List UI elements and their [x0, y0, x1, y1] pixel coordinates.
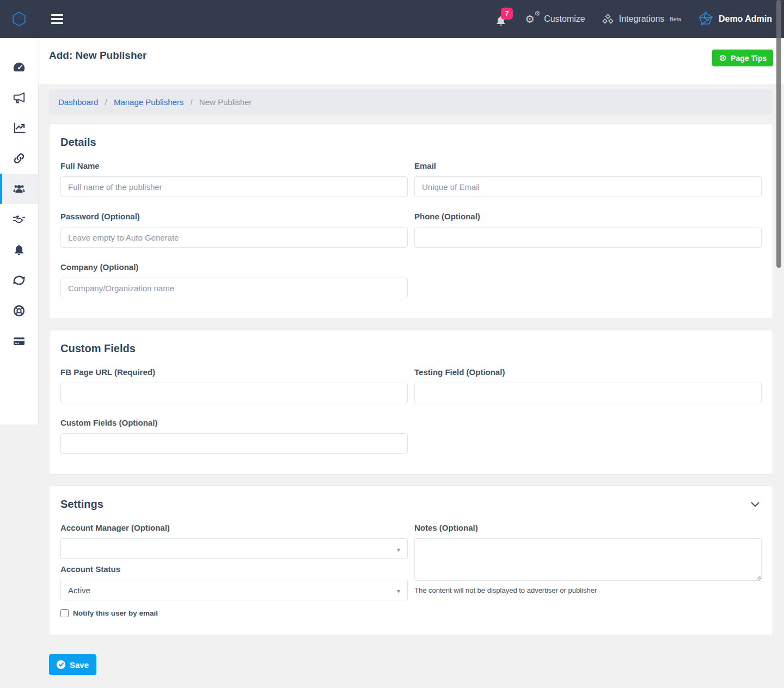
sidebar-item-feedback[interactable]	[0, 265, 38, 296]
details-card: Details Full Name Email Password (Option…	[49, 124, 773, 319]
page-content: Dashboard / Manage Publishers / New Publ…	[38, 84, 784, 675]
account-status-value: Active	[68, 586, 90, 595]
account-manager-label: Account Manager (Optional)	[60, 523, 408, 532]
sidebar-item-support[interactable]	[0, 296, 38, 326]
testing-field-label: Testing Field (Optional)	[414, 367, 762, 377]
breadcrumb-separator: /	[191, 97, 193, 107]
custom-fields-group: Custom Fields (Optional)	[60, 418, 408, 454]
custom-fields-card: Custom Fields FB Page URL (Required) Tes…	[49, 330, 773, 475]
testing-field-group: Testing Field (Optional)	[414, 367, 762, 403]
collapse-chevron-down-icon[interactable]	[749, 500, 762, 509]
users-icon	[12, 182, 26, 196]
sidebar-item-reports[interactable]	[0, 113, 38, 143]
notifications-bell-icon[interactable]: 7	[494, 11, 509, 27]
swoosh-circle-icon	[12, 273, 26, 287]
notify-checkbox-row: Notify this user by email	[60, 609, 762, 617]
credit-card-icon	[12, 334, 26, 348]
breadcrumb-separator: /	[105, 97, 107, 107]
cubes-icon	[602, 13, 614, 26]
sidebar-item-advertisers[interactable]	[0, 204, 38, 235]
page-tips-button[interactable]: Page Tips	[712, 50, 773, 66]
sidebar-item-links[interactable]	[0, 143, 38, 174]
chevron-down-icon	[397, 586, 400, 595]
account-manager-group: Account Manager (Optional)	[60, 523, 408, 559]
page-header: Add: New Publisher Page Tips	[38, 38, 784, 84]
user-menu[interactable]: Demo Admin	[697, 11, 772, 27]
top-navbar: 7 ⚙⚙ Customize IntegrationsBeta	[0, 0, 784, 38]
integrations-label: Integrations	[619, 14, 665, 24]
life-ring-icon	[719, 54, 727, 62]
company-input[interactable]	[60, 278, 408, 298]
chart-line-icon	[12, 121, 26, 135]
custom-fields-label: Custom Fields (Optional)	[60, 418, 408, 427]
save-label: Save	[70, 660, 89, 669]
account-status-label: Account Status	[60, 564, 408, 574]
notes-label: Notes (Optional)	[414, 523, 762, 532]
vertical-scrollbar[interactable]	[776, 0, 781, 268]
notes-textarea[interactable]	[414, 538, 762, 581]
breadcrumb-current: New Publisher	[199, 97, 252, 107]
sidebar-item-billing[interactable]	[0, 326, 38, 357]
custom-fields-input[interactable]	[60, 433, 408, 454]
user-name: Demo Admin	[719, 14, 772, 24]
notify-checkbox[interactable]	[60, 609, 69, 617]
password-field-group: Password (Optional)	[60, 212, 408, 248]
notification-count-badge: 7	[501, 8, 513, 20]
integrations-menu-item[interactable]: IntegrationsBeta	[602, 13, 681, 26]
check-circle-icon	[57, 660, 65, 669]
settings-right-column: Notes (Optional) The content will not be…	[414, 523, 762, 600]
password-input[interactable]	[60, 227, 408, 248]
handshake-icon	[12, 212, 26, 226]
password-label: Password (Optional)	[60, 212, 408, 221]
phone-field-group: Phone (Optional)	[414, 212, 762, 248]
gears-icon: ⚙⚙	[525, 12, 539, 26]
app-logo-icon[interactable]	[11, 10, 28, 28]
avatar	[697, 11, 714, 27]
beta-badge: Beta	[670, 16, 681, 22]
customize-label: Customize	[544, 14, 585, 24]
phone-input[interactable]	[414, 227, 762, 248]
menu-toggle-button[interactable]	[48, 11, 66, 28]
settings-card: Settings Account Manager (Optional)	[49, 486, 773, 635]
sidebar-item-notifications[interactable]	[0, 235, 38, 265]
email-input[interactable]	[414, 176, 762, 197]
notify-checkbox-label[interactable]: Notify this user by email	[73, 609, 158, 617]
account-manager-select[interactable]	[60, 538, 408, 559]
chevron-down-icon	[397, 544, 400, 554]
left-sidebar	[0, 38, 38, 425]
main-area: Add: New Publisher Page Tips Dashboard /…	[38, 38, 784, 688]
page-tips-label: Page Tips	[731, 54, 767, 63]
life-ring-icon	[12, 304, 26, 318]
sidebar-item-dashboard[interactable]	[0, 52, 38, 82]
custom-fields-title: Custom Fields	[60, 342, 762, 355]
settings-title: Settings	[60, 498, 103, 511]
full-name-label: Full Name	[60, 161, 408, 170]
breadcrumb-dashboard[interactable]: Dashboard	[58, 97, 98, 107]
notes-help-text: The content will not be displayed to adv…	[414, 586, 762, 594]
link-icon	[12, 151, 26, 165]
page-title: Add: New Publisher	[49, 50, 146, 62]
company-field-group: Company (Optional)	[60, 262, 408, 298]
bell-icon	[12, 243, 26, 257]
save-button[interactable]: Save	[49, 654, 96, 675]
breadcrumb-manage-publishers[interactable]: Manage Publishers	[114, 97, 183, 107]
sidebar-item-publishers[interactable]	[0, 174, 38, 204]
details-title: Details	[60, 136, 762, 149]
email-label: Email	[414, 161, 762, 170]
full-name-input[interactable]	[60, 176, 408, 197]
notes-group: Notes (Optional) The content will not be…	[414, 523, 762, 594]
company-label: Company (Optional)	[60, 262, 408, 272]
breadcrumb: Dashboard / Manage Publishers / New Publ…	[49, 90, 773, 114]
testing-field-input[interactable]	[414, 383, 762, 403]
full-name-field-group: Full Name	[60, 161, 408, 197]
dashboard-icon	[12, 60, 26, 74]
megaphone-icon	[12, 90, 26, 105]
fb-page-url-field-group: FB Page URL (Required)	[60, 367, 408, 403]
sidebar-item-campaigns[interactable]	[0, 82, 38, 113]
customize-menu-item[interactable]: ⚙⚙ Customize	[525, 12, 585, 26]
settings-left-column: Account Manager (Optional) Account Statu…	[60, 523, 408, 600]
email-field-group: Email	[414, 161, 762, 197]
account-status-select[interactable]: Active	[60, 580, 408, 600]
fb-page-url-label: FB Page URL (Required)	[60, 367, 408, 377]
fb-page-url-input[interactable]	[60, 383, 408, 403]
